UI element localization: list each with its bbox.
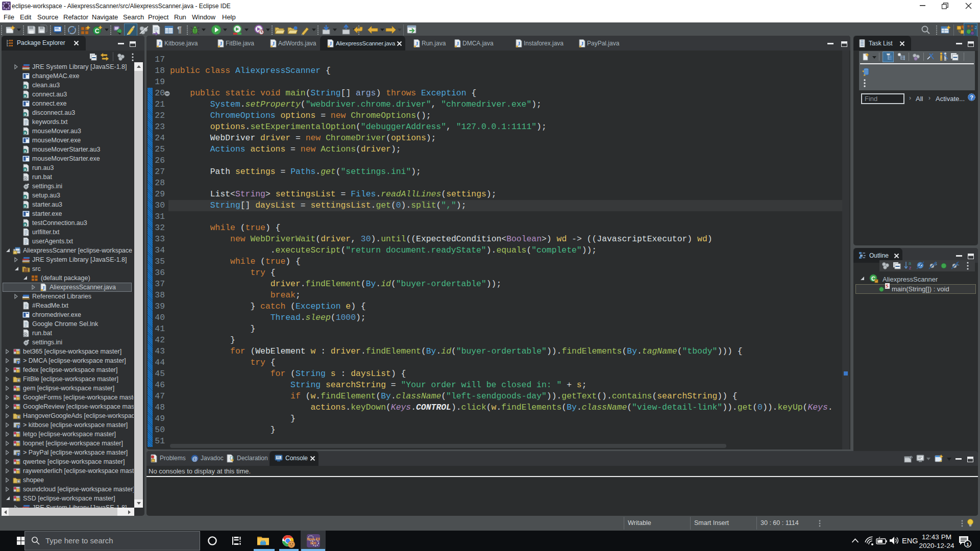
svg-text:a: a bbox=[24, 94, 26, 98]
svg-text:J: J bbox=[581, 40, 584, 46]
svg-text:J: J bbox=[158, 40, 161, 46]
svg-text:a: a bbox=[24, 205, 26, 208]
svg-text:a: a bbox=[24, 149, 26, 153]
svg-text:J: J bbox=[18, 366, 20, 370]
svg-text:a: a bbox=[24, 113, 26, 116]
svg-text:@: @ bbox=[192, 456, 198, 462]
svg-text:?: ? bbox=[970, 94, 973, 101]
svg-text:J: J bbox=[518, 40, 521, 46]
svg-text:a: a bbox=[24, 223, 26, 227]
svg-text:J: J bbox=[18, 440, 20, 444]
svg-text:?: ? bbox=[17, 360, 20, 365]
svg-text:J: J bbox=[272, 40, 275, 46]
svg-text:a: a bbox=[24, 131, 26, 135]
svg-text:z: z bbox=[909, 265, 912, 270]
svg-text:?: ? bbox=[17, 424, 20, 429]
svg-text:J: J bbox=[18, 394, 20, 398]
svg-text:C: C bbox=[95, 28, 100, 35]
svg-text:J: J bbox=[18, 348, 20, 352]
svg-text:J: J bbox=[18, 486, 20, 490]
svg-text:a: a bbox=[24, 195, 26, 199]
svg-text:J: J bbox=[18, 431, 20, 435]
svg-text:J: J bbox=[456, 40, 459, 46]
svg-text:J: J bbox=[415, 40, 419, 46]
svg-text:J: J bbox=[974, 26, 976, 31]
svg-text:J: J bbox=[329, 40, 332, 46]
svg-text:?: ? bbox=[17, 452, 20, 457]
svg-text:J: J bbox=[219, 40, 223, 46]
svg-text:a: a bbox=[24, 168, 26, 171]
svg-text:J: J bbox=[18, 458, 20, 462]
svg-text:J: J bbox=[18, 403, 20, 407]
svg-text:IDE: IDE bbox=[310, 541, 317, 545]
svg-text:J: J bbox=[18, 467, 20, 471]
svg-text:J: J bbox=[18, 385, 20, 389]
svg-text:1: 1 bbox=[966, 541, 969, 547]
svg-text:a: a bbox=[24, 85, 26, 89]
svg-text:J: J bbox=[18, 495, 20, 499]
